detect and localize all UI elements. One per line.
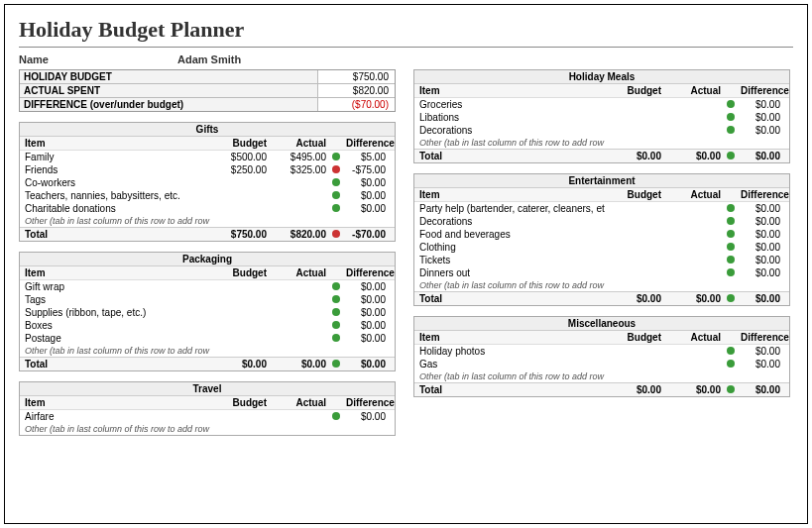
col-difference: Difference <box>738 84 783 97</box>
cell-budget[interactable] <box>605 221 664 223</box>
header-row: Item Budget Actual Difference <box>20 137 395 151</box>
table-row: Postage $0.00 <box>20 332 395 345</box>
add-row[interactable]: Other (tab in last column of this row to… <box>20 423 395 435</box>
cell-item[interactable]: Libations <box>416 111 605 124</box>
cell-budget[interactable] <box>605 208 664 210</box>
cell-actual[interactable] <box>270 208 329 210</box>
cell-item[interactable]: Supplies (ribbon, tape, etc.) <box>22 306 210 319</box>
total-label: Total <box>22 228 210 241</box>
add-row[interactable]: Other (tab in last column of this row to… <box>414 370 789 382</box>
cell-item[interactable]: Gas <box>416 358 605 370</box>
cell-actual[interactable] <box>664 234 724 236</box>
cell-budget[interactable] <box>210 182 270 184</box>
cell-budget[interactable] <box>605 117 664 119</box>
add-row[interactable]: Other (tab in last column of this row to… <box>414 137 789 149</box>
cell-item[interactable]: Decorations <box>416 124 605 137</box>
cell-actual[interactable]: $495.00 <box>270 151 329 163</box>
status-icon <box>724 112 738 123</box>
cell-item[interactable]: Food and beverages <box>416 228 605 241</box>
cell-item[interactable]: Charitable donations <box>22 202 210 215</box>
cell-item[interactable]: Gift wrap <box>22 280 210 293</box>
total-actual: $0.00 <box>664 150 724 162</box>
total-status-icon <box>724 384 738 395</box>
table-row: Decorations $0.00 <box>414 124 789 137</box>
cell-item[interactable]: Holiday photos <box>416 345 605 358</box>
cell-actual[interactable] <box>664 247 724 249</box>
status-icon <box>329 333 343 344</box>
cell-budget[interactable] <box>210 286 270 288</box>
cell-item[interactable]: Groceries <box>416 98 605 111</box>
summary-budget-value[interactable]: $750.00 <box>317 70 395 83</box>
add-row[interactable]: Other (tab in last column of this row to… <box>20 215 395 227</box>
cell-budget[interactable] <box>210 325 270 327</box>
cell-budget[interactable] <box>605 351 664 353</box>
cell-budget[interactable] <box>605 234 664 236</box>
cell-item[interactable]: Airfare <box>22 410 210 423</box>
cell-actual[interactable] <box>270 286 329 288</box>
cell-budget[interactable] <box>210 195 270 197</box>
total-budget: $750.00 <box>210 228 270 241</box>
cell-item[interactable]: Family <box>22 151 210 163</box>
cell-item[interactable]: Boxes <box>22 319 210 332</box>
cell-actual[interactable] <box>270 325 329 327</box>
cell-item[interactable]: Co-workers <box>22 176 210 189</box>
cell-item[interactable]: Teachers, nannies, babysitters, etc. <box>22 189 210 202</box>
total-difference: $0.00 <box>738 292 783 305</box>
cell-item[interactable]: Decorations <box>416 215 605 228</box>
cell-actual[interactable]: $325.00 <box>270 163 329 176</box>
cell-budget[interactable] <box>605 364 664 366</box>
cell-actual[interactable] <box>664 364 724 366</box>
cell-item[interactable]: Dinners out <box>416 266 605 279</box>
section-title: Entertainment <box>414 174 789 188</box>
cell-actual[interactable] <box>270 338 329 340</box>
cell-item[interactable]: Tags <box>22 293 210 306</box>
cell-difference: $0.00 <box>343 176 389 189</box>
cell-budget[interactable] <box>605 260 664 262</box>
table-row: Tickets $0.00 <box>414 254 789 266</box>
left-column: HOLIDAY BUDGET $750.00 ACTUAL SPENT $820… <box>19 69 396 446</box>
header-row: Item Budget Actual Difference <box>414 331 789 345</box>
cell-actual[interactable] <box>664 351 724 353</box>
add-row[interactable]: Other (tab in last column of this row to… <box>20 345 395 357</box>
cell-item[interactable]: Friends <box>22 163 210 176</box>
cell-actual[interactable] <box>270 312 329 314</box>
add-row[interactable]: Other (tab in last column of this row to… <box>414 279 789 291</box>
summary-box: HOLIDAY BUDGET $750.00 ACTUAL SPENT $820… <box>19 69 396 112</box>
cell-actual[interactable] <box>664 221 724 223</box>
col-budget: Budget <box>605 84 664 97</box>
cell-actual[interactable] <box>664 130 724 132</box>
cell-budget[interactable]: $500.00 <box>210 151 270 163</box>
section-entertainment: Entertainment Item Budget Actual Differe… <box>413 173 790 306</box>
cell-item[interactable]: Clothing <box>416 241 605 254</box>
total-difference: -$70.00 <box>343 228 389 241</box>
cell-budget[interactable] <box>605 247 664 249</box>
cell-actual[interactable] <box>270 299 329 301</box>
cell-budget[interactable] <box>605 272 664 274</box>
cell-actual[interactable] <box>270 416 329 418</box>
cell-budget[interactable]: $250.00 <box>210 163 270 176</box>
cell-actual[interactable] <box>664 208 724 210</box>
cell-actual[interactable] <box>664 104 724 106</box>
total-actual: $0.00 <box>664 383 724 396</box>
cell-item[interactable]: Postage <box>22 332 210 345</box>
cell-actual[interactable] <box>664 117 724 119</box>
cell-actual[interactable] <box>270 182 329 184</box>
cell-budget[interactable] <box>605 104 664 106</box>
cell-budget[interactable] <box>210 208 270 210</box>
cell-actual[interactable] <box>664 260 724 262</box>
cell-budget[interactable] <box>210 312 270 314</box>
cell-item[interactable]: Tickets <box>416 254 605 266</box>
cell-actual[interactable] <box>664 272 724 274</box>
section-travel: Travel Item Budget Actual Difference Air… <box>19 381 396 436</box>
cell-budget[interactable] <box>605 130 664 132</box>
cell-budget[interactable] <box>210 416 270 418</box>
table-row: Teachers, nannies, babysitters, etc. $0.… <box>20 189 395 202</box>
cell-item[interactable]: Party help (bartender, caterer, cleaners… <box>416 202 605 215</box>
cell-budget[interactable] <box>210 338 270 340</box>
cell-difference: $0.00 <box>343 202 389 215</box>
total-row: Total $0.00 $0.00 $0.00 <box>414 382 789 396</box>
cell-budget[interactable] <box>210 299 270 301</box>
cell-actual[interactable] <box>270 195 329 197</box>
name-value[interactable]: Adam Smith <box>177 53 241 65</box>
cell-difference: $0.00 <box>738 345 783 358</box>
